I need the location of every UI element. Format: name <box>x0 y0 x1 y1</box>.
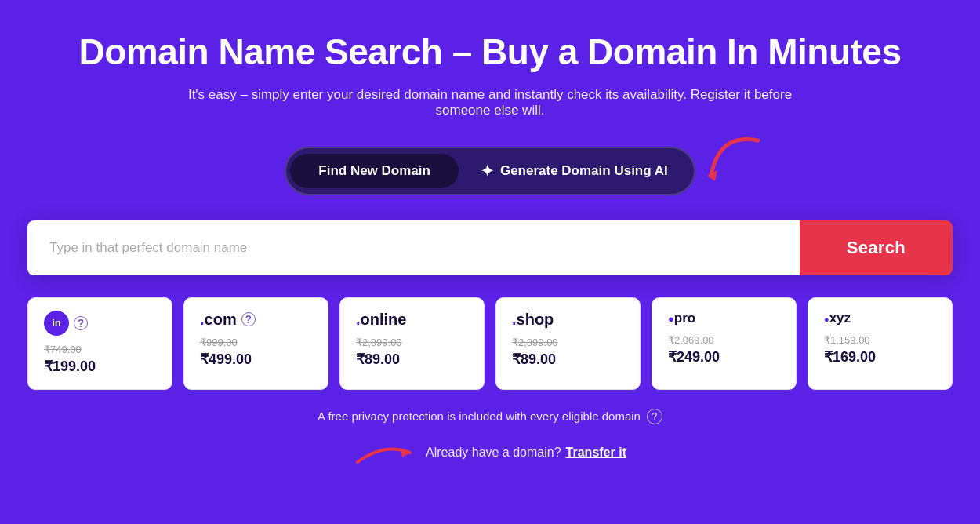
original-price-shop: ₹2,899.00 <box>512 337 558 348</box>
tld-name-xyz: ●xyz <box>824 311 851 326</box>
tld-row-xyz: ●xyz <box>824 311 936 326</box>
sale-price-shop: ₹89.00 <box>512 351 556 368</box>
domain-card-pro[interactable]: ●pro ₹2,069.00 ₹249.00 <box>652 297 797 390</box>
tld-in-icon: in <box>44 311 69 336</box>
privacy-info-icon[interactable]: ? <box>647 409 662 424</box>
transfer-text: Already have a domain? <box>426 446 561 460</box>
sale-price-online: ₹89.00 <box>356 351 400 368</box>
tld-row-shop: .shop <box>512 311 624 329</box>
page-title: Domain Name Search – Buy a Domain In Min… <box>78 31 901 73</box>
tld-name-com: .com <box>200 311 237 329</box>
toggle-pill: Find New Domain ✦ Generate Domain Using … <box>285 147 695 195</box>
privacy-text: A free privacy protection is included wi… <box>318 409 641 423</box>
original-price-com: ₹999.00 <box>200 337 238 348</box>
domain-card-xyz[interactable]: ●xyz ₹1,159.00 ₹169.00 <box>808 297 953 390</box>
sale-price-pro: ₹249.00 <box>668 348 720 366</box>
tld-name-pro: ●pro <box>668 311 695 326</box>
info-icon-com[interactable]: ? <box>241 312 256 326</box>
domain-cards-row: in ? ₹749.00 ₹199.00 .com ? ₹999.00 ₹499… <box>27 297 953 390</box>
tld-row-com: .com ? <box>200 311 312 329</box>
transfer-arrow-icon <box>354 438 416 467</box>
original-price-online: ₹2,899.00 <box>356 337 402 348</box>
sale-price-xyz: ₹169.00 <box>824 348 876 366</box>
domain-card-com[interactable]: .com ? ₹999.00 ₹499.00 <box>183 297 328 390</box>
tab-find-domain[interactable]: Find New Domain <box>290 154 459 188</box>
tld-name-shop: .shop <box>512 311 554 329</box>
tld-row-pro: ●pro <box>668 311 780 326</box>
privacy-row: A free privacy protection is included wi… <box>318 409 662 424</box>
info-icon-in[interactable]: ? <box>74 316 88 330</box>
original-price-pro: ₹2,069.00 <box>668 334 714 346</box>
transfer-row: Already have a domain? Transfer it <box>354 438 626 467</box>
tld-row-online: .online <box>356 311 468 329</box>
tab-generate-ai-label: Generate Domain Using AI <box>500 163 668 179</box>
domain-card-online[interactable]: .online ₹2,899.00 ₹89.00 <box>339 297 485 390</box>
tab-generate-ai[interactable]: ✦ Generate Domain Using AI <box>459 152 690 190</box>
search-row: Search <box>27 220 953 275</box>
transfer-link[interactable]: Transfer it <box>566 446 626 460</box>
tld-row-in: in ? <box>44 311 156 336</box>
arrow-indicator-icon <box>703 133 766 187</box>
svg-marker-1 <box>401 448 410 457</box>
search-button[interactable]: Search <box>800 220 953 275</box>
sale-price-com: ₹499.00 <box>200 351 252 368</box>
sale-price-in: ₹199.00 <box>44 358 96 375</box>
page-subtitle: It's easy – simply enter your desired do… <box>169 87 811 118</box>
domain-card-shop[interactable]: .shop ₹2,899.00 ₹89.00 <box>495 297 641 390</box>
search-input[interactable] <box>27 220 800 275</box>
sparkle-icon: ✦ <box>481 162 494 180</box>
original-price-in: ₹749.00 <box>44 344 82 355</box>
domain-card-in[interactable]: in ? ₹749.00 ₹199.00 <box>27 297 172 390</box>
tld-name-online: .online <box>356 311 406 329</box>
page-container: Domain Name Search – Buy a Domain In Min… <box>0 0 980 524</box>
toggle-row: Find New Domain ✦ Generate Domain Using … <box>285 147 695 195</box>
original-price-xyz: ₹1,159.00 <box>824 334 870 346</box>
